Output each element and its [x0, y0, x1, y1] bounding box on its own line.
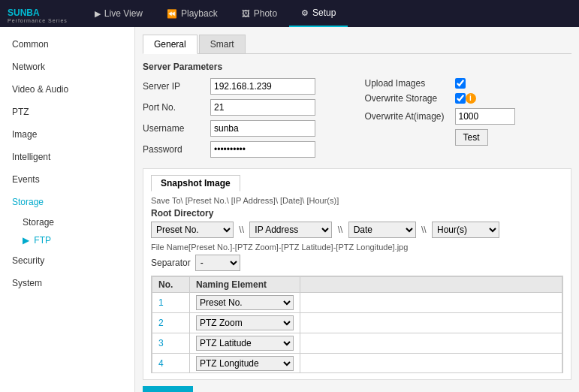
overwrite-storage-row: Overwrite Storage i: [365, 93, 572, 104]
content-area: General Smart Server Parameters Server I…: [135, 27, 579, 392]
snapshot-tab[interactable]: Snapshot Image: [151, 175, 240, 191]
filename-label: File Name[Preset No.]-[PTZ Zoom]-[PTZ La…: [151, 243, 563, 252]
username-label: Username: [143, 123, 210, 134]
main-layout: Common Network Video & Audio PTZ Image I…: [0, 27, 579, 392]
setup-icon: ⚙: [301, 8, 309, 18]
sidebar-item-events[interactable]: Events: [0, 168, 134, 191]
dir-select-2[interactable]: IP Address Preset No. Date Hour(s) None: [249, 222, 332, 238]
sidebar-item-video-audio[interactable]: Video & Audio: [0, 78, 134, 101]
directory-row: Preset No. IP Address Date Hour(s) None …: [151, 222, 563, 238]
naming-table: No. Naming Element 1 Preset No. PTZ Zoom: [152, 276, 562, 373]
overwrite-storage-label: Overwrite Storage: [365, 93, 455, 104]
overwrite-storage-checkbox[interactable]: [455, 93, 466, 104]
upload-images-checkbox[interactable]: [455, 78, 466, 89]
top-navigation: SUNBA Performance Series ▶ Live View ⏪ P…: [0, 0, 579, 27]
row1-element: Preset No. PTZ Zoom PTZ Latitude PTZ Lon…: [190, 293, 300, 313]
table-row: 2 PTZ Zoom Preset No. PTZ Latitude PTZ L…: [152, 313, 562, 333]
row3-no: 3: [152, 333, 190, 354]
upload-images-label: Upload Images: [365, 78, 455, 89]
overwrite-at-row: Overwrite At(image): [365, 108, 572, 125]
nav-setup[interactable]: ⚙ Setup: [289, 0, 348, 27]
row3-select[interactable]: PTZ Latitude Preset No. PTZ Zoom PTZ Lon…: [196, 336, 294, 351]
naming-table-wrapper: No. Naming Element 1 Preset No. PTZ Zoom: [151, 276, 563, 373]
sidebar-item-storage[interactable]: Storage: [0, 191, 134, 213]
test-button[interactable]: Test: [455, 129, 488, 146]
table-row: 3 PTZ Latitude Preset No. PTZ Zoom PTZ L…: [152, 333, 562, 354]
row1-select[interactable]: Preset No. PTZ Zoom PTZ Latitude PTZ Lon…: [196, 295, 294, 310]
separator-select[interactable]: - _ .: [195, 255, 240, 271]
dir-select-3[interactable]: Date Preset No. IP Address Hour(s) None: [348, 222, 416, 238]
table-row: 1 Preset No. PTZ Zoom PTZ Latitude PTZ L…: [152, 293, 562, 313]
password-label: Password: [143, 144, 210, 155]
sidebar-sub-ftp[interactable]: ▶ FTP: [0, 231, 134, 249]
dir-select-1[interactable]: Preset No. IP Address Date Hour(s) None: [151, 222, 234, 238]
server-ip-row: Server IP: [143, 78, 350, 95]
server-params-title: Server Parameters: [143, 62, 571, 72]
row4-element: PTZ Longitude Preset No. PTZ Zoom PTZ La…: [190, 354, 300, 374]
row4-extra: [300, 354, 562, 374]
root-dir-label: Root Directory: [151, 208, 563, 219]
nav-playback[interactable]: ⏪ Playback: [155, 0, 230, 27]
logo: SUNBA Performance Series: [8, 5, 68, 23]
row4-select[interactable]: PTZ Longitude Preset No. PTZ Zoom PTZ La…: [196, 356, 294, 371]
snapshot-section: Snapshot Image Save To\ [Preset No.\ [IP…: [143, 168, 571, 380]
sep1: \\: [237, 225, 246, 235]
upload-images-row: Upload Images: [365, 78, 572, 89]
save-path-label: Save To\ [Preset No.\ [IP Address]\ [Dat…: [151, 196, 563, 205]
tabs-bar: General Smart: [143, 35, 571, 54]
row1-extra: [300, 293, 562, 313]
separator-label: Separator: [151, 258, 191, 268]
sidebar-item-system[interactable]: System: [0, 272, 134, 294]
save-row: Save: [143, 386, 571, 392]
table-row: 4 PTZ Longitude Preset No. PTZ Zoom PTZ …: [152, 354, 562, 374]
tab-general[interactable]: General: [143, 35, 198, 54]
server-ip-label: Server IP: [143, 81, 210, 92]
sep3: \\: [419, 225, 429, 235]
nav-live-view[interactable]: ▶ Live View: [83, 0, 155, 27]
nav-menu: ▶ Live View ⏪ Playback 🖼 Photo ⚙ Setup: [83, 0, 348, 27]
sidebar-item-intelligent[interactable]: Intelligent: [0, 146, 134, 168]
port-label: Port No.: [143, 102, 210, 113]
row3-element: PTZ Latitude Preset No. PTZ Zoom PTZ Lon…: [190, 333, 300, 354]
arrow-icon: ▶: [23, 235, 29, 246]
col-no: No.: [152, 277, 190, 293]
row4-no: 4: [152, 354, 190, 374]
col-empty: [300, 277, 562, 293]
sidebar-item-image[interactable]: Image: [0, 123, 134, 146]
dir-select-4[interactable]: Hour(s) Preset No. IP Address Date None: [432, 222, 499, 238]
nav-photo[interactable]: 🖼 Photo: [230, 0, 289, 27]
port-input[interactable]: [210, 99, 315, 116]
col-naming: Naming Element: [190, 277, 300, 293]
sidebar-item-security[interactable]: Security: [0, 249, 134, 272]
playback-icon: ⏪: [167, 9, 177, 19]
overwrite-at-label: Overwrite At(image): [365, 111, 455, 122]
sidebar-sub-storage[interactable]: Storage: [0, 213, 134, 231]
password-row: Password: [143, 141, 350, 158]
sep2: \\: [335, 225, 345, 235]
tab-smart[interactable]: Smart: [199, 35, 246, 53]
sidebar-item-common[interactable]: Common: [0, 33, 134, 56]
row2-extra: [300, 313, 562, 333]
overwrite-at-input[interactable]: [455, 108, 515, 125]
row1-no: 1: [152, 293, 190, 313]
username-row: Username: [143, 120, 350, 137]
row2-element: PTZ Zoom Preset No. PTZ Latitude PTZ Lon…: [190, 313, 300, 333]
row2-select[interactable]: PTZ Zoom Preset No. PTZ Latitude PTZ Lon…: [196, 315, 294, 330]
live-view-icon: ▶: [95, 9, 101, 19]
server-ip-input[interactable]: [210, 78, 315, 95]
sidebar-item-network[interactable]: Network: [0, 56, 134, 78]
save-button[interactable]: Save: [143, 386, 193, 392]
row3-extra: [300, 333, 562, 354]
test-row: Test: [365, 129, 572, 146]
username-input[interactable]: [210, 120, 315, 137]
password-input[interactable]: [210, 141, 315, 158]
sidebar: Common Network Video & Audio PTZ Image I…: [0, 27, 135, 392]
port-row: Port No.: [143, 99, 350, 116]
separator-row: Separator - _ .: [151, 255, 563, 271]
info-icon[interactable]: i: [466, 93, 476, 104]
sidebar-item-ptz[interactable]: PTZ: [0, 101, 134, 123]
photo-icon: 🖼: [242, 9, 250, 18]
row2-no: 2: [152, 313, 190, 333]
